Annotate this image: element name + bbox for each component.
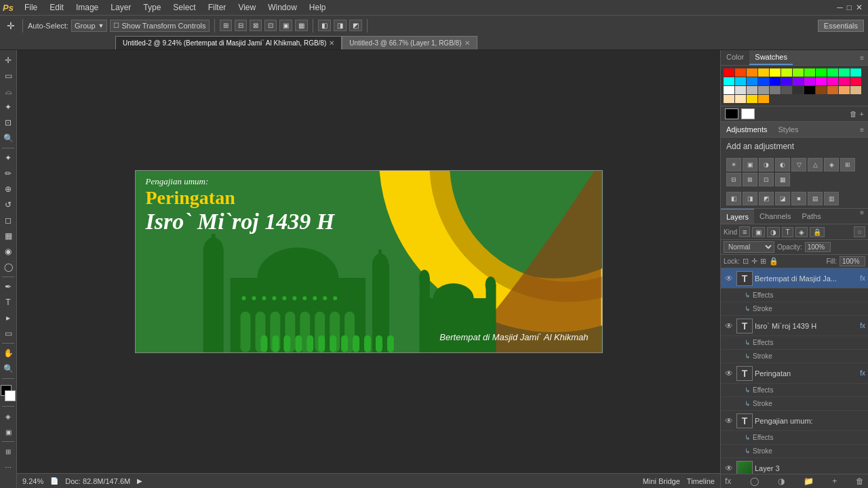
kind-filter-adjustment[interactable]: ◑ (767, 227, 780, 237)
align-centers-v[interactable]: ⊟ (235, 20, 247, 31)
adj-bw[interactable]: ⊞ (840, 158, 855, 171)
adj-levels[interactable]: ▣ (743, 158, 757, 171)
color-swatch[interactable] (827, 77, 838, 85)
tab-document-1[interactable]: Untitled-2 @ 9.24% (Bertempat di Masjid … (115, 36, 342, 49)
tab-document-2[interactable]: Untitled-3 @ 66.7% (Layer 1, RGB/8) ✕ (342, 36, 477, 49)
marquee-tool[interactable]: ▭ (1, 68, 16, 83)
layer-sub-item[interactable]: ↳Effects (721, 336, 868, 350)
minimize-button[interactable]: ─ (837, 3, 843, 12)
adj-channel-mixer[interactable]: ⊠ (743, 173, 757, 186)
kind-filter-shape[interactable]: ◈ (795, 227, 808, 237)
show-transform-checkbox[interactable]: ☐ Show Transform Controls (110, 20, 209, 32)
clone-stamp-tool[interactable]: ⊕ (1, 182, 16, 197)
color-swatch[interactable] (827, 86, 838, 94)
filter-toggle[interactable]: ○ (854, 226, 865, 237)
color-swatch[interactable] (850, 68, 861, 77)
fg-color-swatch[interactable] (725, 108, 738, 119)
shape-tool[interactable]: ▭ (1, 326, 16, 341)
kind-filter-all[interactable]: ≡ (739, 226, 750, 237)
design-canvas[interactable]: Pengajian umum: Peringatan Isro` Mi`roj … (135, 170, 603, 353)
history-brush-tool[interactable]: ↺ (1, 197, 16, 212)
adj-gradient-fill[interactable]: ▤ (808, 192, 823, 205)
opacity-input[interactable] (805, 242, 831, 252)
color-swatch[interactable] (724, 86, 734, 94)
color-swatch[interactable] (735, 95, 746, 103)
color-swatch[interactable] (747, 68, 757, 77)
menu-type[interactable]: Type (138, 1, 166, 14)
color-swatch[interactable] (747, 86, 757, 94)
menu-view[interactable]: View (233, 1, 261, 14)
timeline-label[interactable]: Timeline (687, 477, 715, 485)
tab-styles[interactable]: Styles (773, 122, 804, 137)
create-adjustment-btn[interactable]: ◑ (778, 476, 785, 486)
quick-selection-tool[interactable]: ✦ (1, 100, 16, 115)
adj-options-icon[interactable]: ≡ (856, 126, 868, 134)
gradient-tool[interactable]: ▦ (1, 228, 16, 243)
mini-bridge-label[interactable]: Mini Bridge (643, 477, 680, 485)
color-swatch[interactable] (735, 77, 746, 85)
arrow-right-icon[interactable]: ▶ (137, 477, 142, 485)
color-swatch[interactable] (839, 86, 850, 94)
menu-layer[interactable]: Layer (105, 1, 136, 14)
align-centers-h[interactable]: ▣ (279, 20, 292, 31)
adj-curves[interactable]: ◑ (759, 158, 774, 171)
kind-filter-pixel[interactable]: ▣ (752, 227, 765, 237)
color-swatch[interactable] (839, 68, 850, 77)
color-swatch[interactable] (758, 77, 769, 85)
align-right-edges[interactable]: ⊠ (250, 20, 262, 31)
color-swatch[interactable] (816, 77, 827, 85)
adj-color-lookup[interactable]: ⊡ (759, 173, 774, 186)
zoom-tool[interactable]: 🔍 (1, 361, 16, 376)
layer-item[interactable]: 👁 T Pengajian umum: (721, 411, 868, 431)
layer-sub-item[interactable]: ↳Stroke (721, 445, 868, 458)
tab-paths[interactable]: Paths (797, 209, 827, 224)
layer-item[interactable]: 👁 T Peringatan fx (721, 363, 868, 384)
layer-item[interactable]: 👁 T Bertempat di Masjid Ja... fx (721, 268, 868, 289)
color-swatch[interactable] (804, 68, 815, 77)
kind-filter-type[interactable]: T (782, 227, 793, 237)
maximize-button[interactable]: □ (847, 3, 852, 12)
color-swatch[interactable] (804, 77, 815, 85)
color-swatch[interactable] (793, 77, 804, 85)
adj-hsl[interactable]: △ (808, 158, 823, 171)
eraser-tool[interactable]: ◻ (1, 213, 16, 228)
adj-threshold[interactable]: ◨ (743, 192, 757, 205)
align-bottom[interactable]: ▦ (295, 20, 308, 31)
tab-layers[interactable]: Layers (721, 209, 754, 224)
hand-tool[interactable]: ✋ (1, 346, 16, 361)
adj-pattern[interactable]: ▥ (824, 192, 839, 205)
background-color[interactable] (5, 390, 16, 401)
new-swatch-icon[interactable]: + (860, 110, 864, 118)
path-select-tool[interactable]: ▸ (1, 310, 16, 325)
menu-window[interactable]: Window (262, 1, 302, 14)
color-swatch[interactable] (781, 77, 792, 85)
menu-image[interactable]: Image (71, 1, 104, 14)
extra-tool[interactable]: ⋯ (1, 460, 16, 474)
dodge-tool[interactable]: ◯ (1, 260, 16, 274)
quick-mask-toggle[interactable]: ◈ (1, 409, 16, 424)
move-tool[interactable]: ✛ (4, 19, 18, 33)
color-swatch[interactable] (724, 95, 734, 103)
color-swatch[interactable] (758, 95, 769, 103)
tab-color[interactable]: Color (721, 50, 749, 65)
adj-solid-color[interactable]: ■ (791, 192, 806, 205)
color-swatch[interactable] (724, 68, 734, 77)
menu-help[interactable]: Help (304, 1, 332, 14)
delete-layer-btn[interactable]: 🗑 (856, 476, 864, 486)
blend-mode-select[interactable]: Normal (724, 241, 774, 253)
layer-sub-item[interactable]: ↳Stroke (721, 302, 868, 316)
color-swatch[interactable] (850, 86, 861, 94)
tab-adjustments[interactable]: Adjustments (721, 122, 773, 137)
color-swatch[interactable] (735, 68, 746, 77)
layers-options-icon[interactable]: ≡ (856, 209, 868, 224)
bg-color-swatch[interactable] (741, 108, 755, 119)
type-tool[interactable]: T (1, 295, 16, 310)
brush-tool[interactable]: ✏ (1, 166, 16, 181)
panel-options-icon[interactable]: ≡ (856, 54, 868, 62)
tab-close-1[interactable]: ✕ (329, 39, 334, 47)
layer-visibility-toggle[interactable]: 👁 (724, 416, 734, 426)
adj-colorbalance[interactable]: ◈ (824, 158, 839, 171)
dist-center[interactable]: ◨ (334, 20, 347, 31)
screen-mode-toggle[interactable]: ▣ (1, 424, 16, 439)
layer-item[interactable]: 👁 Layer 3 (721, 458, 868, 474)
